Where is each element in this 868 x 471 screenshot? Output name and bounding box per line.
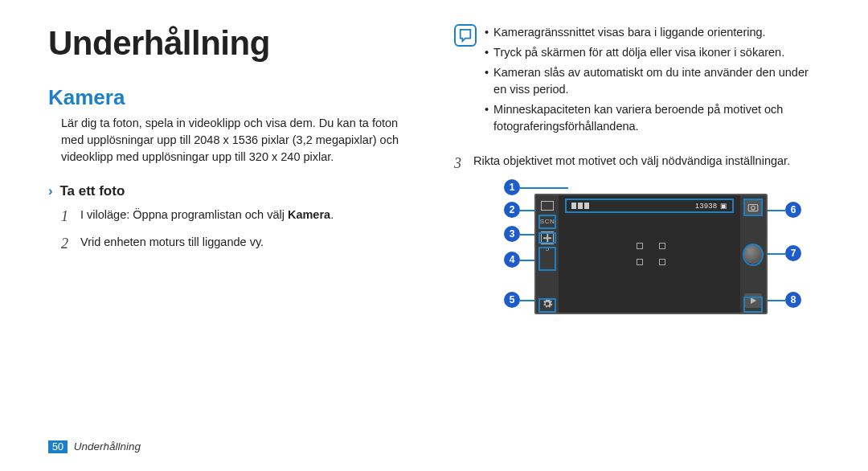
step-1-bold: Kamera [288, 208, 330, 221]
shot-counter: 13938▣ [695, 202, 727, 210]
svg-point-1 [751, 206, 755, 210]
step-3: 3 Rikta objektivet mot motivet och välj … [454, 153, 820, 174]
callout-line [768, 300, 785, 301]
callout-5: 5 [504, 292, 520, 308]
scene-mode-icon: SCN [540, 218, 555, 225]
gallery-play-icon [744, 293, 762, 308]
section-heading: Kamera [48, 85, 414, 110]
step-number: 1 [61, 206, 72, 228]
callout-2: 2 [504, 202, 520, 218]
subsection-label: Ta ett foto [59, 183, 125, 199]
callout-3: 3 [504, 226, 520, 242]
callout-line [768, 253, 785, 255]
step-3-text: Rikta objektivet mot motivet och välj nö… [473, 153, 790, 174]
note-item: Kameran slås av automatiskt om du inte a… [485, 64, 820, 98]
focus-brackets-icon [637, 243, 665, 265]
camera-right-toolbar [740, 195, 766, 313]
callout-line [768, 210, 785, 211]
callout-line [520, 260, 536, 261]
shutter-button-icon [743, 244, 763, 264]
step-number: 3 [454, 153, 465, 174]
callout-6: 6 [785, 202, 801, 218]
exposure-icon [541, 231, 554, 244]
footer-label: Underhållning [74, 440, 141, 453]
page-number: 50 [48, 440, 68, 453]
top-indicators-icon [571, 203, 589, 209]
note-item: Tryck på skärmen för att dölja eller vis… [485, 44, 820, 61]
note-item: Minneskapaciteten kan variera beroende p… [485, 101, 820, 135]
intro-text: Lär dig ta foton, spela in videoklipp oc… [48, 115, 414, 166]
switch-camera-icon [744, 200, 762, 215]
callout-line [520, 234, 536, 236]
step-2: 2 Vrid enheten moturs till liggande vy. [61, 233, 414, 256]
callout-line [520, 210, 536, 211]
callout-1: 1 [504, 179, 520, 195]
note-text: Kameragränssnittet visas bara i liggande… [493, 24, 766, 41]
note-text: Minneskapaciteten kan variera beroende p… [493, 101, 820, 135]
callout-7: 7 [785, 245, 801, 261]
callout-line [520, 187, 568, 189]
step-2-text: Vrid enheten moturs till liggande vy. [80, 233, 264, 256]
note-icon [454, 24, 477, 47]
subsection-heading: › Ta ett foto [48, 183, 414, 199]
note-item: Kameragränssnittet visas bara i liggande… [485, 24, 820, 41]
page-footer: 50 Underhållning [48, 440, 141, 453]
note-text: Tryck på skärmen för att dölja eller vis… [493, 44, 784, 61]
exposure-value: 5 [546, 245, 549, 252]
note-text: Kameran slås av automatiskt om du inte a… [493, 64, 820, 98]
mode-switch-icon [540, 200, 555, 211]
callout-line [520, 300, 536, 301]
camera-diagram: 1 2 3 4 5 6 7 8 [510, 184, 816, 321]
shot-counter-value: 13938 [695, 202, 718, 210]
note-box: Kameragränssnittet visas bara i liggande… [454, 24, 820, 138]
camera-left-toolbar: SCN 5 [536, 195, 559, 313]
page-title: Underhållning [48, 24, 414, 63]
callout-8: 8 [785, 292, 801, 308]
camera-top-bar: 13938▣ [565, 199, 734, 213]
chevron-icon: › [48, 183, 53, 199]
step-number: 2 [61, 233, 72, 256]
callout-4: 4 [504, 252, 520, 268]
camera-screen: 13938▣ SCN 5 [534, 194, 768, 314]
settings-gear-icon [542, 298, 553, 313]
step-1: 1 I viloläge: Öppna programlistan och vä… [61, 206, 414, 228]
step-1-text-a: I viloläge: Öppna programlistan och välj [80, 208, 288, 221]
step-1-text-c: . [330, 208, 334, 221]
